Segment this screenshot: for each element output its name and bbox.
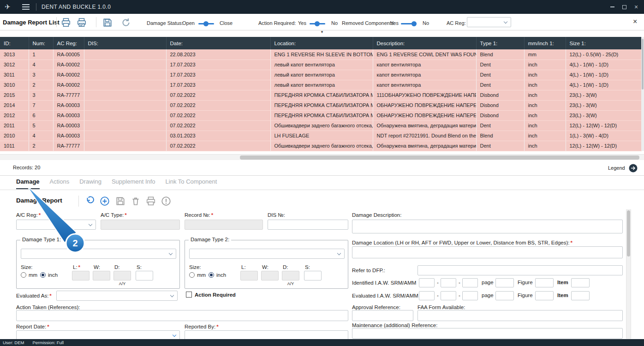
scrollbar-thumb[interactable] xyxy=(240,155,639,160)
identified-srm-field-2[interactable] xyxy=(441,278,456,287)
table-row[interactable]: 20153RA-7777707.02.2022ПЕРЕДНЯЯ КРОМКА С… xyxy=(0,90,641,100)
tab-link-to-component[interactable]: Link To Component xyxy=(166,178,217,189)
ac-reg-select[interactable] xyxy=(16,220,96,230)
table-cell: Disbond xyxy=(476,90,524,100)
action-required-toggle[interactable] xyxy=(310,21,325,27)
table-cell xyxy=(84,60,166,70)
maximize-button[interactable] xyxy=(618,0,630,14)
column-header[interactable]: Location: xyxy=(270,37,373,49)
add-icon[interactable] xyxy=(100,196,110,206)
size2-mm-radio[interactable]: mm xyxy=(189,272,206,278)
print-list-icon[interactable] xyxy=(77,18,87,28)
column-header[interactable]: DIS: xyxy=(84,37,166,49)
dis-no-field[interactable] xyxy=(268,220,348,230)
damage-type2-select[interactable] xyxy=(189,249,345,259)
table-row[interactable]: 20147RA-0000307.02.2022ПЕРЕДНЯЯ КРОМКА С… xyxy=(0,100,641,110)
splitter[interactable]: ▾ xyxy=(0,30,644,36)
minimize-button[interactable] xyxy=(606,0,618,14)
table-cell: inch xyxy=(524,90,566,100)
table-cell: Обшивкадвери заднего багажного отсека, м… xyxy=(270,120,373,131)
damage-location-field[interactable] xyxy=(352,246,623,258)
figure-label: Figure xyxy=(518,280,533,285)
table-cell: ПЕРЕДНЯЯ КРОМКА СТАБИЛИЗАТОРА МЕЖДУ... xyxy=(270,90,373,100)
table-cell: Dent xyxy=(476,80,524,90)
size2-s-field[interactable] xyxy=(304,271,322,280)
table-row[interactable]: 10112RA-7777707.02.2022Обшивкадвери задн… xyxy=(0,141,641,151)
collapse-arrow-icon[interactable]: ▾ xyxy=(321,30,323,34)
tab-supplement-info[interactable]: Supplement Info xyxy=(112,178,155,189)
size1-inch-radio[interactable]: inch xyxy=(40,272,58,278)
records-count: Records: 20 xyxy=(13,165,40,170)
radio-label: mm xyxy=(197,272,206,278)
identified-srm-field-3[interactable] xyxy=(462,278,478,287)
damage-description-field[interactable] xyxy=(352,220,623,233)
size2-inch-radio[interactable]: inch xyxy=(209,272,226,278)
table-cell: Dent xyxy=(476,120,524,131)
evaluated-figure-field[interactable] xyxy=(535,291,554,300)
column-header[interactable]: ID: xyxy=(0,37,29,49)
approval-reference-field[interactable] xyxy=(352,310,413,321)
print-icon[interactable] xyxy=(61,18,71,28)
column-header[interactable]: mm/inch 1: xyxy=(524,37,566,49)
identified-figure-field[interactable] xyxy=(535,278,554,287)
table-cell: RA-77777 xyxy=(53,90,84,100)
evaluated-srm-field-2[interactable] xyxy=(441,291,456,300)
legend-icon[interactable] xyxy=(629,164,638,173)
tab-drawing[interactable]: Drawing xyxy=(79,178,101,189)
column-header[interactable]: Description: xyxy=(373,37,476,49)
tab-actions[interactable]: Actions xyxy=(50,178,70,189)
table-row[interactable]: 20126RA-0000307.02.2022ПЕРЕДНЯЯ КРОМКА С… xyxy=(0,110,641,120)
scrollbar-thumb[interactable] xyxy=(642,39,644,89)
column-header[interactable]: AC Reg: xyxy=(53,37,84,49)
evaluated-item-field[interactable] xyxy=(571,291,590,300)
grid-vertical-scrollbar[interactable] xyxy=(641,37,644,151)
table-row[interactable]: 30113RA-0000217.07.2023левый капот венти… xyxy=(0,70,641,80)
evaluated-page-field[interactable] xyxy=(495,291,514,300)
action-required-checkbox[interactable] xyxy=(186,292,192,298)
identified-item-field[interactable] xyxy=(571,278,590,287)
removed-components-toggle[interactable] xyxy=(401,21,417,27)
table-cell: 2012 xyxy=(0,110,29,120)
table-row[interactable]: 30131RA-0000522.08.2023ENG 1 REVERSE RH … xyxy=(0,49,641,60)
panel-close-icon[interactable]: × xyxy=(633,18,637,26)
page-label: page xyxy=(482,280,494,285)
dash: - xyxy=(459,292,460,298)
menu-icon[interactable] xyxy=(22,4,30,10)
scrollbar-thumb[interactable] xyxy=(627,210,630,257)
refer-dfp-field[interactable] xyxy=(417,265,623,275)
evaluated-srm-field-3[interactable] xyxy=(462,291,478,300)
table-cell: Обнаружена вмятина, деградация материала… xyxy=(373,120,476,131)
undo-icon[interactable] xyxy=(85,196,95,206)
evaluated-as-label: Evaluated As:* xyxy=(16,293,52,298)
close-window-button[interactable]: × xyxy=(630,0,642,14)
column-header[interactable]: Type 1: xyxy=(476,37,524,49)
grid-horizontal-scrollbar[interactable] xyxy=(0,154,644,160)
refresh-icon[interactable] xyxy=(121,18,131,28)
action-taken-field[interactable] xyxy=(16,310,348,321)
legend-label: Legend xyxy=(608,165,625,171)
column-header[interactable]: Num: xyxy=(29,37,53,49)
evaluated-srm-field-1[interactable] xyxy=(419,291,435,300)
label-text: Damage Location (LH or RH, AFT or FWD, U… xyxy=(352,240,569,245)
maintenance-reference-label: Maintenance (additional) Reference: xyxy=(352,322,437,328)
save-icon[interactable] xyxy=(102,18,113,28)
column-header[interactable]: Size 1: xyxy=(566,37,641,49)
identified-srm-field-1[interactable] xyxy=(419,278,435,287)
tab-damage[interactable]: Damage xyxy=(16,178,40,189)
table-row[interactable]: 30124RA-0000217.07.2023левый капот венти… xyxy=(0,60,641,70)
maintenance-reference-field[interactable] xyxy=(352,328,623,339)
table-cell: RA-00003 xyxy=(53,131,84,141)
table-row[interactable]: 20104RA-0000303.01.2023LH FUSELAGENDT re… xyxy=(0,131,641,141)
identified-page-field[interactable] xyxy=(495,278,514,287)
column-header[interactable]: Date: xyxy=(166,37,270,49)
faa-form-field[interactable] xyxy=(417,310,623,321)
evaluated-as-select[interactable] xyxy=(56,291,178,301)
damage-status-toggle[interactable] xyxy=(198,21,214,27)
size1-s-field[interactable] xyxy=(136,271,153,280)
table-row[interactable]: 20115RA-0000307.02.2022Обшивкадвери задн… xyxy=(0,120,641,131)
table-row[interactable]: 30102RA-0000217.07.2023левый капот венти… xyxy=(0,80,641,90)
form-vertical-scrollbar[interactable] xyxy=(626,209,631,339)
damage-type1-select[interactable] xyxy=(21,249,176,259)
ac-reg-filter-select[interactable] xyxy=(467,17,511,27)
size1-mm-radio[interactable]: mm xyxy=(21,272,37,278)
